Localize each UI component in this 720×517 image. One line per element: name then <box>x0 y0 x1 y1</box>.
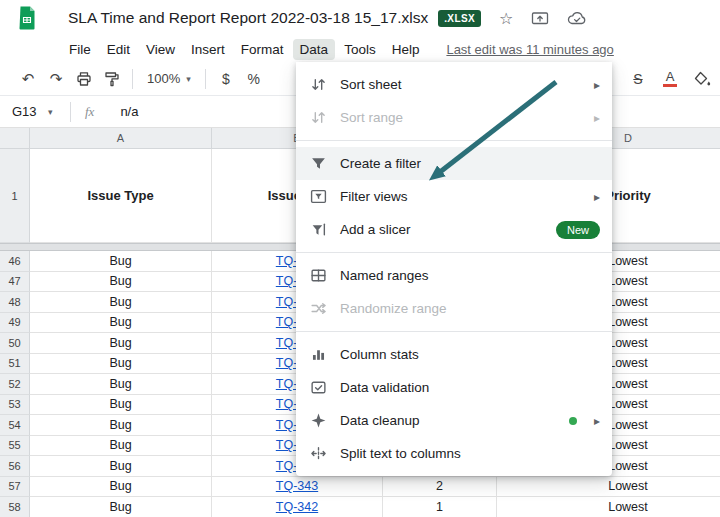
menu-item-filter-views[interactable]: Filter views▸ <box>296 180 612 213</box>
cell-issue-type[interactable]: Bug <box>30 436 212 457</box>
menubar-item-help[interactable]: Help <box>385 39 427 60</box>
row-header[interactable]: 55 <box>0 436 30 457</box>
undo-icon[interactable]: ↶ <box>14 66 42 92</box>
menu-item-data-cleanup[interactable]: Data cleanup▸ <box>296 404 612 437</box>
row-header[interactable]: 50 <box>0 333 30 354</box>
row-header[interactable]: 53 <box>0 395 30 416</box>
table-row: 57BugTQ-3432Lowest <box>0 477 720 498</box>
create-filter-icon <box>308 155 328 173</box>
cell-issue-type[interactable]: Bug <box>30 313 212 334</box>
move-folder-icon[interactable] <box>531 10 549 26</box>
row-header[interactable]: 46 <box>0 251 30 272</box>
menubar-item-data[interactable]: Data <box>293 39 336 60</box>
menu-item-add-a-slicer[interactable]: Add a slicerNew <box>296 213 612 246</box>
menu-item-label: Named ranges <box>340 268 600 283</box>
menubar-item-view[interactable]: View <box>139 39 182 60</box>
menubar-item-insert[interactable]: Insert <box>184 39 232 60</box>
chevron-down-icon: ▾ <box>186 74 191 84</box>
menubar-items: FileEditViewInsertFormatDataToolsHelp <box>62 39 428 60</box>
column-stats-icon <box>308 346 328 364</box>
submenu-arrow-icon: ▸ <box>594 190 600 204</box>
document-title[interactable]: SLA Time and Report Report 2022-03-18 15… <box>68 9 428 27</box>
format-percent-button[interactable]: % <box>240 66 268 92</box>
row-header[interactable]: 49 <box>0 313 30 334</box>
row-header[interactable]: 52 <box>0 374 30 395</box>
cell-issue-type[interactable]: Bug <box>30 354 212 375</box>
name-box[interactable]: G13 <box>0 104 48 119</box>
table-row: 58BugTQ-3421Lowest <box>0 497 720 517</box>
cell-priority[interactable]: Lowest <box>497 477 720 498</box>
cell-count[interactable]: 1 <box>383 497 497 517</box>
format-currency-button[interactable]: $ <box>212 66 240 92</box>
header-cell-issue-type[interactable]: Issue Type <box>30 149 212 243</box>
google-sheets-logo-icon[interactable] <box>14 5 40 31</box>
star-icon[interactable]: ☆ <box>499 9 513 28</box>
menu-item-split-text-to-columns[interactable]: Split text to columns <box>296 437 612 470</box>
menubar-item-edit[interactable]: Edit <box>100 39 137 60</box>
print-icon[interactable] <box>70 66 98 92</box>
text-color-swatch <box>663 84 677 87</box>
text-color-label: A <box>666 70 675 83</box>
row-header[interactable]: 51 <box>0 354 30 375</box>
text-color-button[interactable]: A <box>656 66 684 92</box>
new-badge: New <box>556 221 600 239</box>
menu-item-label: Data validation <box>340 380 600 395</box>
fill-color-icon[interactable] <box>688 66 716 92</box>
submenu-arrow-icon: ▸ <box>594 111 600 125</box>
row-header[interactable]: 48 <box>0 292 30 313</box>
row-header[interactable]: 47 <box>0 272 30 293</box>
toolbar-divider <box>205 69 206 89</box>
row-header[interactable]: 58 <box>0 497 30 517</box>
menubar-item-file[interactable]: File <box>62 39 98 60</box>
row-header[interactable]: 54 <box>0 415 30 436</box>
row-header[interactable]: 1 <box>0 149 30 243</box>
menu-item-sort-sheet[interactable]: Sort sheet▸ <box>296 68 612 101</box>
cell-issue-type[interactable]: Bug <box>30 374 212 395</box>
paint-format-icon[interactable] <box>98 66 126 92</box>
row-header[interactable]: 57 <box>0 477 30 498</box>
menubar-item-tools[interactable]: Tools <box>337 39 383 60</box>
cell-issue-type[interactable]: Bug <box>30 477 212 498</box>
strikethrough-button[interactable]: S <box>624 66 652 92</box>
cell-priority[interactable]: Lowest <box>497 497 720 517</box>
menu-item-label: Sort range <box>340 110 586 125</box>
row-header[interactable]: 56 <box>0 456 30 477</box>
menu-divider <box>296 331 612 332</box>
zoom-control[interactable]: 100% ▾ <box>139 66 199 92</box>
issue-key-link[interactable]: TQ-342 <box>276 500 318 514</box>
menu-item-column-stats[interactable]: Column stats <box>296 338 612 371</box>
menu-divider <box>296 140 612 141</box>
data-validation-icon <box>308 379 328 397</box>
cell-issue-key[interactable]: TQ-342 <box>212 497 383 517</box>
column-header-a[interactable]: A <box>30 128 212 149</box>
menu-item-create-a-filter[interactable]: Create a filter <box>296 147 612 180</box>
menu-item-label: Split text to columns <box>340 446 600 461</box>
zoom-value: 100% <box>147 71 180 86</box>
menu-item-randomize-range[interactable]: Randomize range <box>296 292 612 325</box>
menu-item-data-validation[interactable]: Data validation <box>296 371 612 404</box>
cell-count[interactable]: 2 <box>383 477 497 498</box>
cloud-saved-icon[interactable] <box>567 11 587 26</box>
cell-issue-type[interactable]: Bug <box>30 272 212 293</box>
cell-issue-type[interactable]: Bug <box>30 292 212 313</box>
submenu-arrow-icon: ▸ <box>594 414 600 428</box>
chevron-down-icon[interactable]: ▾ <box>48 107 66 117</box>
cell-issue-type[interactable]: Bug <box>30 456 212 477</box>
menubar-item-format[interactable]: Format <box>234 39 291 60</box>
issue-key-link[interactable]: TQ-343 <box>276 479 318 493</box>
redo-icon[interactable]: ↷ <box>42 66 70 92</box>
cell-issue-key[interactable]: TQ-343 <box>212 477 383 498</box>
cell-issue-type[interactable]: Bug <box>30 333 212 354</box>
filter-views-icon <box>308 188 328 206</box>
select-all-corner[interactable] <box>0 128 30 149</box>
data-menu: Sort sheet▸Sort range▸Create a filterFil… <box>296 62 612 476</box>
cell-issue-type[interactable]: Bug <box>30 251 212 272</box>
menu-item-sort-range[interactable]: Sort range▸ <box>296 101 612 134</box>
cell-issue-type[interactable]: Bug <box>30 497 212 517</box>
last-edit-link[interactable]: Last edit was 11 minutes ago <box>446 42 613 57</box>
titlebar: SLA Time and Report Report 2022-03-18 15… <box>0 0 720 36</box>
formula-input[interactable]: n/a <box>120 104 138 119</box>
cell-issue-type[interactable]: Bug <box>30 395 212 416</box>
cell-issue-type[interactable]: Bug <box>30 415 212 436</box>
menu-item-named-ranges[interactable]: Named ranges <box>296 259 612 292</box>
